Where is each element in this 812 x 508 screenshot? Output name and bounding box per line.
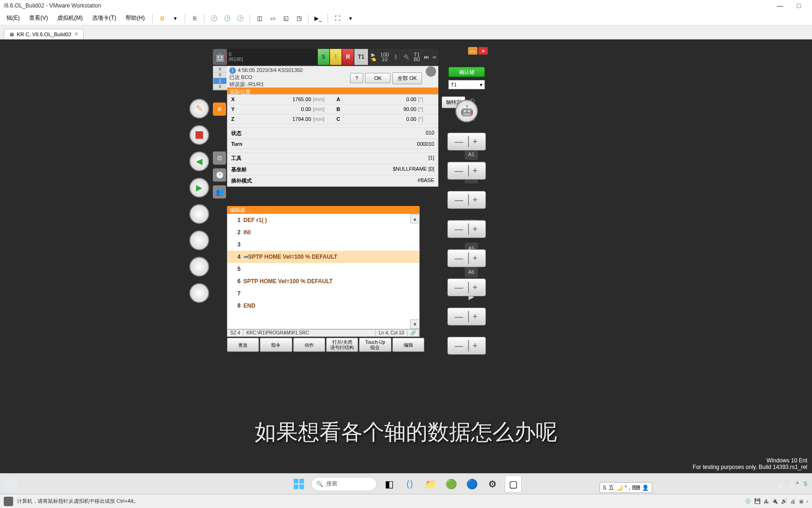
start-button[interactable] [290, 476, 307, 492]
jog-speed[interactable]: —+ [447, 308, 486, 325]
dev-more-icon[interactable]: ▫ [806, 499, 808, 504]
mode-t1-button[interactable]: T1 [354, 49, 368, 65]
robot-icon[interactable]: 🤖 [213, 49, 227, 65]
vscode-icon[interactable]: ⟨⟩ [401, 476, 418, 492]
program-editor[interactable]: ✕ ▲ ▼ 1DEF r1( )2INI34⇒SPTP HOME Vel=100… [227, 214, 420, 329]
vm-dropdown[interactable]: ▾ [170, 13, 181, 24]
jog-a1[interactable]: —+ [447, 133, 486, 151]
toolbar-fullscreen-icon[interactable]: ⛶ [332, 13, 343, 24]
editor-line[interactable]: 4⇒SPTP HOME Vel=100 % DEFAULT [227, 251, 419, 263]
menu-tabs[interactable]: 选项卡(T) [87, 14, 121, 22]
step-fwd-hardkey[interactable]: ▶ [189, 178, 209, 198]
hmi-close-button[interactable]: ✕ [478, 47, 488, 55]
softkey-edit[interactable]: 编辑 [392, 338, 424, 352]
dev-net-icon[interactable]: 🖧 [764, 499, 769, 504]
explorer-icon[interactable]: 📁 [422, 476, 439, 492]
toolbar-layout1-icon[interactable]: ◫ [254, 13, 265, 24]
close-icon[interactable]: ✕ [74, 31, 78, 37]
confirm-key-button[interactable]: 确认键 [448, 67, 485, 77]
edit-hardkey[interactable]: ✎ [189, 99, 209, 119]
status-path[interactable]: 0 /R1/R1 [227, 49, 317, 65]
scroll-up-button[interactable]: ▲ [410, 214, 420, 223]
editor-line[interactable]: 6SPTP HOME Vel=100 % DEFAULT [227, 275, 419, 287]
hardkey-8[interactable] [189, 283, 209, 303]
clock-tool-icon[interactable]: 🕐 [213, 168, 226, 182]
softkey-open-close[interactable]: 打开/关闭语句行结构 [326, 338, 358, 352]
jog-a5[interactable]: —+ [447, 249, 486, 267]
stop-hardkey[interactable] [189, 125, 209, 145]
editor-line[interactable]: 1DEF r1( ) [227, 214, 419, 226]
softkey-action[interactable]: 动作 [293, 338, 325, 352]
help-button[interactable]: ? [350, 73, 363, 83]
message-text[interactable]: i4:56:05 2023/3/4 KSS01350 已达 BCO 错误源: /… [226, 66, 348, 90]
hmi-minimize-button[interactable]: — [468, 47, 477, 55]
vmware-device-tray[interactable]: 💿 💾 🖧 🔌 🔊 🖨 🖥 ▫ [745, 498, 808, 504]
globe-icon[interactable] [426, 66, 436, 77]
vmware-minimize-button[interactable]: — [771, 2, 789, 9]
hardkey-7[interactable] [189, 257, 209, 277]
menu-vm[interactable]: 虚拟机(M) [53, 14, 87, 22]
host-tray[interactable]: ^ S [796, 481, 807, 487]
gear-icon[interactable]: ⚙ [213, 151, 226, 165]
jog-a4[interactable]: —+ [447, 220, 486, 238]
all-ok-button[interactable]: 全部 OK [392, 72, 422, 84]
shell-icon[interactable] [4, 497, 13, 506]
vmware-taskbar-icon[interactable]: ▢ [505, 476, 522, 492]
ime-panel[interactable]: S五🌙° ,⌨👤 [600, 482, 652, 493]
settings-icon[interactable]: ⚙ [484, 476, 501, 492]
chrome-icon[interactable]: 🟢 [443, 476, 460, 492]
jog-extra[interactable]: —+ [447, 337, 486, 355]
toolbar-clock3-icon[interactable]: 🕒 [234, 13, 246, 24]
toolbar-console-icon[interactable]: ▶_ [312, 13, 324, 24]
vmware-maximize-button[interactable]: □ [789, 2, 808, 9]
status-icons[interactable]: ▶👈 10010 🚶 🔌 T1B0 ⏭ ∞ [368, 49, 438, 65]
menu-help[interactable]: 帮助(H) [121, 14, 149, 22]
toolbar-clock1-icon[interactable]: 🕐 [208, 13, 219, 24]
toolbar-snapshot-icon[interactable]: ⎘ [189, 13, 200, 24]
dev-display-icon[interactable]: 🖥 [798, 499, 804, 504]
jog-a2[interactable]: —+ [447, 162, 486, 180]
taskview-icon[interactable]: ◧ [381, 476, 398, 492]
vm-pause-button[interactable]: ⏸ [156, 13, 168, 24]
step-back-hardkey[interactable]: ◀ [189, 151, 209, 171]
toolbar-layout3-icon[interactable]: ◱ [280, 13, 291, 24]
vmware-status-bar: 计算机，请将鼠标指针从虚拟机中移出或按 Ctrl+Alt。 💿 💾 🖧 🔌 🔊 … [0, 494, 812, 508]
menu-view[interactable]: 查看(V) [24, 14, 53, 22]
edge-icon[interactable]: 🔵 [463, 476, 480, 492]
softkey-touchup[interactable]: Touch-Up组合 [359, 338, 391, 352]
hardkey-5[interactable] [189, 204, 209, 224]
hardkey-6[interactable] [189, 230, 209, 250]
editor-line[interactable]: 5 [227, 263, 419, 275]
menu-edit[interactable]: 辑(E) [2, 14, 24, 22]
jog-a6[interactable]: —+ [447, 278, 486, 296]
editor-line[interactable]: 7 [227, 287, 419, 300]
vm-tab[interactable]: 🖥 KR C, V8.6.OL_Build02 ✕ [4, 29, 84, 39]
toolbar-layout2-icon[interactable]: ▭ [267, 13, 278, 24]
taskbar-search[interactable]: 🔍搜索 [311, 477, 377, 491]
dev-printer-icon[interactable]: 🖨 [790, 499, 796, 504]
ok-button[interactable]: OK [365, 73, 390, 83]
dev-sound-icon[interactable]: 🔊 [781, 498, 788, 504]
host-tray-up-icon[interactable]: ^ [796, 481, 799, 487]
user-tool-icon[interactable]: 👥 [213, 185, 226, 198]
dev-disk-icon[interactable]: 💿 [745, 498, 751, 504]
jog-a3[interactable]: —+ [447, 191, 486, 209]
dev-hdd-icon[interactable]: 💾 [754, 498, 761, 504]
toolbar-fullscreen-dropdown[interactable]: ▾ [345, 13, 356, 24]
editor-line[interactable]: 8END [227, 300, 419, 312]
jog-robot-icon[interactable]: 🤖 [455, 100, 478, 122]
dev-usb-icon[interactable]: 🔌 [772, 498, 778, 504]
drives-s-button[interactable]: S [317, 49, 329, 65]
drives-i-button[interactable]: I [329, 49, 342, 65]
drives-r-button[interactable]: R [342, 49, 354, 65]
editor-line[interactable]: 3 [227, 238, 419, 251]
close-panel-icon[interactable]: ✕ [213, 103, 226, 116]
mode-select[interactable]: T1▾ [448, 80, 485, 89]
softkey-change[interactable]: 更改 [227, 338, 259, 352]
toolbar-layout4-icon[interactable]: ◳ [293, 13, 304, 24]
scroll-down-button[interactable]: ▼ [410, 319, 420, 329]
host-tray-s-icon[interactable]: S [804, 481, 807, 487]
softkey-command[interactable]: 指令 [260, 338, 292, 352]
toolbar-clock2-icon[interactable]: 🕑 [221, 13, 233, 24]
editor-line[interactable]: 2INI [227, 226, 419, 238]
